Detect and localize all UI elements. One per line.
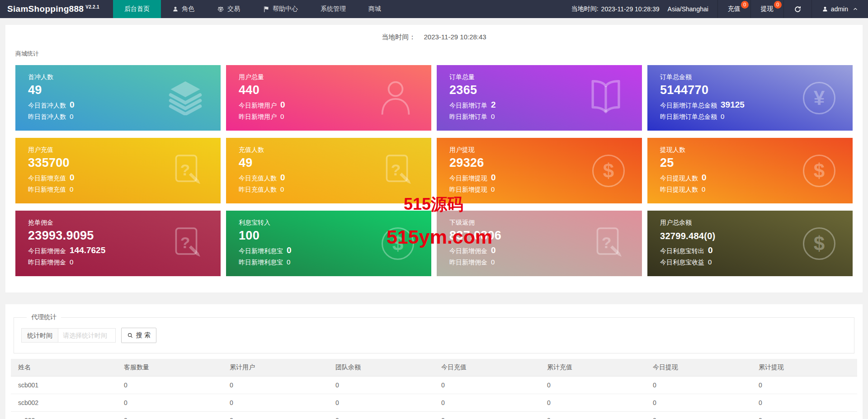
local-time-value: 2023-11-29 10:28:39	[601, 5, 660, 13]
card-yesterday-value: 0	[70, 185, 73, 193]
card-today-value: 0	[287, 245, 292, 255]
nav-item-label: 商城	[368, 5, 381, 13]
table-cell: 0	[117, 394, 222, 411]
card-today-value: 0	[70, 100, 75, 110]
card-today-label: 今日提现人数	[660, 174, 698, 183]
survey-icon: ?	[590, 226, 625, 262]
card-today-label: 今日新增提现	[449, 174, 487, 183]
watermark-2: 515ym.com	[387, 226, 492, 248]
panel-time-value: 2023-11-29 10:28:43	[424, 33, 486, 41]
refresh-button[interactable]	[783, 0, 811, 18]
card-yesterday-label: 昨日新增用户	[239, 113, 277, 121]
table-cell: scb001	[11, 376, 117, 394]
brand-name: SiamShopping888	[7, 4, 84, 14]
navbar: SiamShopping888 V2.2.1 后台首页角色交易帮助中心系统管理商…	[0, 0, 868, 18]
agent-legend: 代理统计	[27, 313, 61, 321]
svg-text:?: ?	[602, 233, 612, 251]
nav-item-home[interactable]: 后台首页	[113, 0, 161, 18]
card-yesterday-label: 昨日新增订单	[449, 113, 487, 121]
survey-icon: ?	[169, 226, 203, 262]
admin-menu[interactable]: admin	[811, 0, 868, 18]
person-icon	[172, 6, 179, 12]
card-yesterday-value: 0	[702, 185, 705, 193]
agent-table-head-row: 姓名客服数量累计用户团队余额今日充值累计充值今日提现累计提现	[11, 359, 857, 376]
card-yesterday-value: 0	[491, 258, 495, 266]
card-yesterday-value: 0	[70, 113, 73, 120]
nav-item-label: 交易	[227, 5, 240, 13]
table-cell: 0	[222, 394, 328, 411]
nav-item-trade[interactable]: 交易	[206, 0, 251, 18]
panel-local-time: 当地时间： 2023-11-29 10:28:43	[15, 33, 853, 42]
table-cell: 0	[328, 394, 434, 411]
table-cell: 0	[434, 376, 540, 394]
nav-action-withdraw[interactable]: 提现0	[750, 0, 783, 18]
nav-item-label: 角色	[182, 5, 194, 13]
card-today-label: 今日新增充值	[28, 174, 66, 183]
search-button[interactable]: 搜 索	[121, 328, 156, 343]
user-icon	[822, 6, 828, 12]
stat-card-user-withdraw: 用户提现29326今日新增提现0昨日新增提现0$	[437, 138, 642, 203]
stat-card-total-users: 用户总量440今日新增用户0昨日新增用户0	[226, 65, 431, 131]
card-today-value: 0	[708, 245, 713, 255]
dollar-icon: $	[803, 227, 835, 260]
card-today-label: 今日新增佣金	[449, 247, 487, 255]
card-today-label: 今日新增订单总金额	[660, 102, 717, 110]
column-header: 累计用户	[222, 359, 328, 376]
card-title: 订单总金额	[660, 73, 840, 81]
search-icon	[127, 332, 133, 339]
table-cell: 0	[222, 411, 328, 419]
nav-item-system[interactable]: 系统管理	[309, 0, 357, 18]
card-yesterday-label: 昨日新增订单总金额	[660, 113, 717, 121]
coin-glyph: ¥	[803, 82, 835, 114]
watermark-1: 515源码	[404, 193, 463, 216]
table-cell: sc003	[11, 411, 117, 419]
card-yesterday-value: 0	[70, 258, 73, 266]
nav-action-label: 充值	[728, 5, 741, 13]
column-header: 团队余额	[328, 359, 434, 376]
brand-logo[interactable]: SiamShopping888 V2.2.1	[0, 0, 107, 18]
survey-icon: ?	[169, 153, 203, 189]
survey-icon: ?	[380, 153, 414, 189]
stat-card-total-orders: 订单总量2365今日新增订单2昨日新增订单0	[437, 65, 642, 131]
filter-label: 统计时间	[21, 328, 58, 343]
table-cell: 0	[117, 411, 222, 419]
stat-card-first-charge-users: 首冲人数49今日首冲人数0昨日首冲人数0	[15, 65, 221, 131]
filter-row: 统计时间 搜 索	[21, 328, 847, 343]
card-today-value: 39125	[721, 100, 745, 110]
card-yesterday-value: 0	[721, 113, 724, 120]
table-cell: 0	[540, 376, 646, 394]
card-today-label: 今日新增用户	[239, 102, 277, 110]
nav-actions: 充值0提现0	[717, 0, 783, 18]
card-today-label: 今日新增佣金	[28, 247, 66, 255]
yen-icon: ¥	[803, 82, 835, 114]
card-yesterday-label: 昨日新增佣金	[28, 259, 66, 267]
stat-time-input[interactable]	[58, 328, 116, 343]
column-header: 姓名	[11, 359, 117, 376]
local-time-block: 当地时间: 2023-11-29 10:28:39 Asia/Shanghai	[562, 0, 717, 18]
nav-item-mall[interactable]: 商城	[357, 0, 392, 18]
agent-table-body: scb0010000000scb0020000000sc0030000000	[11, 376, 857, 419]
dollar-icon: $	[592, 155, 625, 187]
agent-panel: 代理统计 统计时间 搜 索 姓名客服数量累计用户团队余额今日充值累计充值今日提现…	[5, 304, 863, 419]
table-cell: 0	[751, 394, 857, 411]
svg-text:?: ?	[391, 160, 401, 179]
stat-card-withdraw-users: 提现人数25今日提现人数0昨日提现人数0$	[647, 138, 853, 203]
section-title: 商城统计	[15, 50, 853, 58]
stat-card-order-commission: 抢单佣金23993.9095今日新增佣金144.7625昨日新增佣金0?	[15, 211, 221, 276]
card-today-value: 0	[702, 173, 707, 183]
refresh-icon	[794, 5, 802, 13]
card-yesterday-label: 昨日新增充值	[28, 186, 66, 194]
column-header: 累计提现	[751, 359, 857, 376]
nav-item-label: 系统管理	[321, 5, 346, 13]
nav-item-roles[interactable]: 角色	[161, 0, 206, 18]
coin-glyph: $	[803, 227, 835, 260]
coin-glyph: $	[803, 155, 835, 187]
nav-action-recharge[interactable]: 充值0	[717, 0, 750, 18]
nav-item-help-center[interactable]: 帮助中心	[251, 0, 309, 18]
table-row: scb0010000000	[11, 376, 857, 394]
card-today-label: 今日首冲人数	[28, 102, 66, 110]
table-cell: 0	[434, 411, 540, 419]
card-yesterday-value: 0	[491, 185, 495, 193]
card-today-value: 144.7625	[70, 245, 105, 255]
recharge-badge: 0	[741, 1, 749, 9]
